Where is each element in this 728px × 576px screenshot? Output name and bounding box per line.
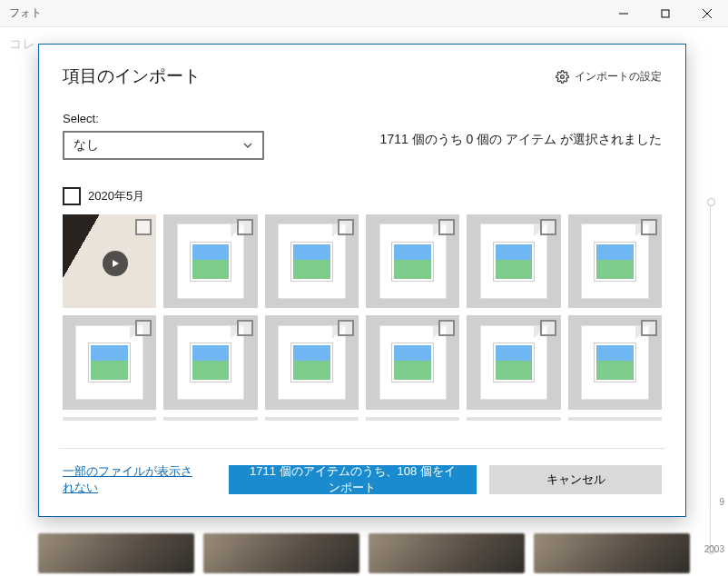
thumbnail-item[interactable] — [467, 315, 560, 409]
scroll-hint-strips — [63, 417, 662, 421]
year-timeline: 9 2003 — [699, 182, 724, 571]
select-mode-label: Select: — [63, 112, 264, 125]
thumbnail-item[interactable] — [568, 315, 662, 409]
svg-marker-5 — [113, 260, 119, 267]
date-group-header[interactable]: 2020年5月 — [63, 187, 662, 205]
item-checkbox[interactable] — [135, 219, 152, 235]
chevron-down-icon — [242, 140, 253, 151]
thumbnail-item[interactable] — [63, 315, 156, 409]
thumbnail-item[interactable] — [366, 315, 459, 409]
group-date-label: 2020年5月 — [88, 188, 144, 204]
import-dialog: 項目のインポート インポートの設定 Select: なし 1711 個のうち 0… — [38, 44, 686, 517]
item-checkbox[interactable] — [438, 219, 455, 235]
selection-count-text: 1711 個のうち 0 個の アイテム が選択されました — [282, 112, 662, 148]
import-button[interactable]: 1711 個のアイテムのうち、108 個をインポート — [229, 465, 477, 494]
maximize-icon — [661, 9, 670, 18]
cancel-button[interactable]: キャンセル — [489, 465, 662, 494]
svg-rect-1 — [662, 10, 669, 17]
thumbnail-item[interactable] — [163, 214, 257, 308]
select-mode-value: なし — [74, 137, 99, 154]
timeline-year: 2003 — [704, 544, 724, 554]
item-checkbox[interactable] — [338, 219, 354, 235]
close-icon — [703, 9, 712, 18]
thumbnail-item[interactable] — [265, 315, 359, 409]
item-checkbox[interactable] — [540, 320, 556, 336]
background-thumbnails — [38, 533, 690, 573]
close-button[interactable] — [686, 0, 728, 27]
timeline-dot — [707, 198, 715, 206]
thumbnail-item[interactable] — [568, 214, 662, 308]
timeline-year: 9 — [719, 497, 724, 507]
group-checkbox[interactable] — [63, 187, 81, 205]
svg-point-4 — [561, 74, 565, 78]
maximize-button[interactable] — [644, 0, 686, 27]
item-checkbox[interactable] — [237, 320, 253, 336]
import-settings-link[interactable]: インポートの設定 — [556, 69, 662, 84]
select-mode-dropdown[interactable]: なし — [63, 131, 264, 160]
dialog-title: 項目のインポート — [63, 65, 201, 88]
gear-icon — [556, 70, 569, 84]
thumbnail-item[interactable] — [467, 214, 560, 308]
item-checkbox[interactable] — [438, 320, 455, 336]
minimize-button[interactable] — [603, 0, 644, 27]
divider — [59, 448, 665, 449]
window-titlebar: フォト — [0, 0, 728, 27]
minimize-icon — [619, 9, 628, 18]
item-checkbox[interactable] — [540, 219, 556, 235]
play-icon — [111, 259, 120, 268]
item-checkbox[interactable] — [237, 219, 253, 235]
thumbnail-item[interactable] — [366, 214, 459, 308]
import-settings-label: インポートの設定 — [575, 69, 662, 84]
thumbnail-item[interactable] — [265, 214, 359, 308]
item-checkbox[interactable] — [338, 320, 354, 336]
hidden-files-link[interactable]: 一部のファイルが表示されない — [63, 463, 203, 496]
app-title: フォト — [9, 5, 42, 21]
play-badge — [103, 251, 128, 276]
item-checkbox[interactable] — [641, 219, 657, 235]
timeline-dot — [707, 546, 715, 554]
thumbnail-item[interactable] — [163, 315, 257, 409]
item-checkbox[interactable] — [641, 320, 657, 336]
thumbnail-item[interactable] — [63, 214, 156, 308]
item-checkbox[interactable] — [135, 320, 152, 336]
thumbnail-grid — [63, 214, 662, 410]
